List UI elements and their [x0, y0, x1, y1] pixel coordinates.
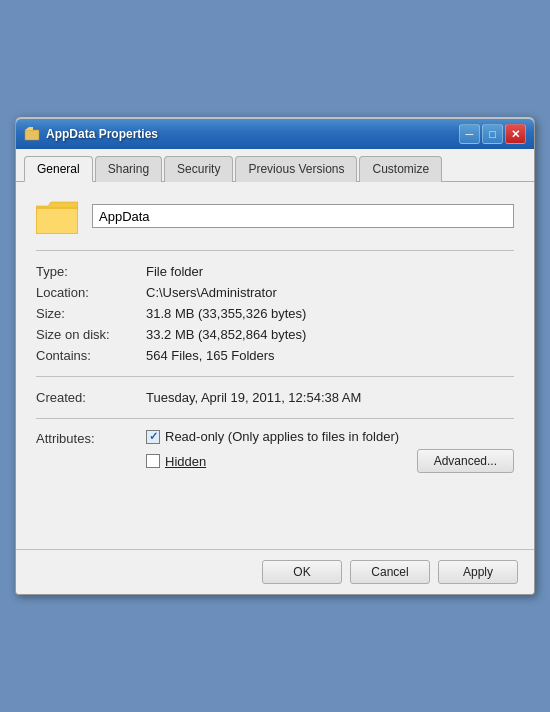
divider-2	[36, 376, 514, 377]
tab-general[interactable]: General	[24, 156, 93, 182]
readonly-label: Read-only (Only applies to files in fold…	[165, 429, 399, 444]
folder-icon	[36, 198, 78, 234]
properties-window: AppData Properties ─ □ ✕ General Sharing…	[15, 117, 535, 595]
window-icon	[24, 126, 40, 142]
readonly-checkbox[interactable]	[146, 430, 160, 444]
readonly-row[interactable]: Read-only (Only applies to files in fold…	[146, 429, 514, 444]
hidden-label: Hidden	[165, 454, 206, 469]
title-buttons: ─ □ ✕	[459, 124, 526, 144]
contains-value: 564 Files, 165 Folders	[146, 345, 514, 366]
window-title: AppData Properties	[46, 127, 158, 141]
ok-button[interactable]: OK	[262, 560, 342, 584]
minimize-button[interactable]: ─	[459, 124, 480, 144]
tab-bar: General Sharing Security Previous Versio…	[16, 149, 534, 182]
folder-name-row	[36, 198, 514, 234]
contains-label: Contains:	[36, 345, 146, 366]
content-area: Type: File folder Location: C:\Users\Adm…	[16, 182, 534, 549]
svg-marker-1	[25, 127, 33, 130]
advanced-button[interactable]: Advanced...	[417, 449, 514, 473]
location-value: C:\Users\Administrator	[146, 282, 514, 303]
divider-3	[36, 418, 514, 419]
created-value: Tuesday, April 19, 2011, 12:54:38 AM	[146, 387, 514, 408]
svg-rect-4	[37, 209, 77, 233]
table-row: Created: Tuesday, April 19, 2011, 12:54:…	[36, 387, 514, 408]
table-row: Contains: 564 Files, 165 Folders	[36, 345, 514, 366]
tab-security[interactable]: Security	[164, 156, 233, 182]
table-row: Location: C:\Users\Administrator	[36, 282, 514, 303]
table-row: Type: File folder	[36, 261, 514, 282]
size-on-disk-value: 33.2 MB (34,852,864 bytes)	[146, 324, 514, 345]
close-button[interactable]: ✕	[505, 124, 526, 144]
cancel-button[interactable]: Cancel	[350, 560, 430, 584]
apply-button[interactable]: Apply	[438, 560, 518, 584]
size-value: 31.8 MB (33,355,326 bytes)	[146, 303, 514, 324]
attributes-label: Attributes:	[36, 429, 146, 446]
table-row: Size on disk: 33.2 MB (34,852,864 bytes)	[36, 324, 514, 345]
attributes-controls: Read-only (Only applies to files in fold…	[146, 429, 514, 473]
hidden-checkbox[interactable]	[146, 454, 160, 468]
title-bar: AppData Properties ─ □ ✕	[16, 119, 534, 149]
location-label: Location:	[36, 282, 146, 303]
title-bar-left: AppData Properties	[24, 126, 158, 142]
size-label: Size:	[36, 303, 146, 324]
tab-previous-versions[interactable]: Previous Versions	[235, 156, 357, 182]
bottom-bar: OK Cancel Apply	[16, 549, 534, 594]
folder-name-input[interactable]	[92, 204, 514, 228]
created-label: Created:	[36, 387, 146, 408]
hidden-row[interactable]: Hidden	[146, 454, 206, 469]
created-table: Created: Tuesday, April 19, 2011, 12:54:…	[36, 387, 514, 408]
tab-sharing[interactable]: Sharing	[95, 156, 162, 182]
attributes-row: Attributes: Read-only (Only applies to f…	[36, 429, 514, 473]
type-label: Type:	[36, 261, 146, 282]
tab-customize[interactable]: Customize	[359, 156, 442, 182]
size-on-disk-label: Size on disk:	[36, 324, 146, 345]
spacer	[36, 473, 514, 533]
svg-rect-0	[25, 130, 39, 140]
table-row: Size: 31.8 MB (33,355,326 bytes)	[36, 303, 514, 324]
maximize-button[interactable]: □	[482, 124, 503, 144]
info-table: Type: File folder Location: C:\Users\Adm…	[36, 261, 514, 366]
divider-1	[36, 250, 514, 251]
type-value: File folder	[146, 261, 514, 282]
